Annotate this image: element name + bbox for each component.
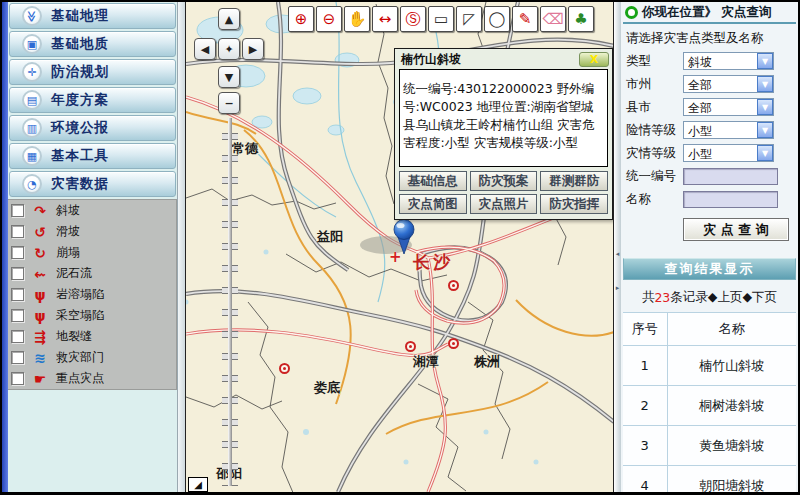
result-row[interactable]: 3黄鱼塘斜坡 [623,426,796,466]
sidebar-item-basic-geography[interactable]: ≫基础地理 [9,3,176,29]
sidebar-item-label: 基本工具 [51,147,109,165]
result-name[interactable]: 楠竹山斜坡 [667,346,796,386]
chevron-down-icon[interactable]: ▼ [757,99,773,115]
zoom-out-button[interactable]: ⊖ [316,6,342,32]
record-count-suffix: 条记录 [670,289,708,306]
popup-tab-site-sketch[interactable]: 灾点简图 [399,194,467,214]
sidebar-item-label: 基础地质 [51,35,109,53]
popup-tab-site-photo[interactable]: 灾点照片 [470,194,538,214]
ground-fissure-checkbox[interactable] [11,330,24,343]
layer-label: 斜坡 [56,202,80,219]
disaster-level-selected-value: 小型 [684,145,757,161]
sidebar-item-disaster-data[interactable]: ◔灾害数据 [9,171,176,197]
scale-button[interactable]: Ⓢ [400,6,426,32]
polygon-select-icon: ◸ [463,10,475,28]
disaster-level-select[interactable]: 小型▼ [683,144,774,162]
result-index[interactable]: 1 [623,346,667,386]
result-name[interactable]: 黄鱼塘斜坡 [667,426,796,466]
chevron-down-icon[interactable]: ▼ [757,53,773,69]
zoom-in-button[interactable]: ⊕ [288,6,314,32]
layer-row-slope[interactable]: ↷斜坡 [8,200,176,221]
debris-flow-checkbox[interactable] [11,267,24,280]
danger-level-label: 险情等级 [626,122,683,139]
rescue-department-checkbox[interactable] [11,351,24,364]
polygon-select-button[interactable]: ◸ [456,6,482,32]
sidebar-item-prevention-planning[interactable]: ✛防治规划 [9,59,176,85]
measure-button[interactable]: ↔ [372,6,398,32]
rect-select-button[interactable]: ▭ [428,6,454,32]
disaster-site-marker-icon[interactable] [279,363,290,374]
panel-splitter[interactable]: ◂ ▸ [613,2,621,492]
overview-toggle-button[interactable]: ◢ [188,477,208,492]
pan-up-button[interactable]: ▲ [218,8,240,30]
result-row[interactable]: 2桐树港斜坡 [623,386,796,426]
disaster-site-marker-icon[interactable] [448,280,459,291]
popup-tab-prevention-plan[interactable]: 防灾预案 [470,171,538,191]
name-label: 名称 [626,191,683,208]
unified-code-input[interactable] [683,168,778,185]
sidebar-item-basic-tools[interactable]: ▦基本工具 [9,143,176,169]
result-index[interactable]: 3 [623,426,667,466]
pan-right-button[interactable]: ▶ [242,38,264,60]
result-row[interactable]: 1楠竹山斜坡 [623,346,796,386]
result-index[interactable]: 4 [623,466,667,493]
layer-row-rescue-department[interactable]: ≋救灾部门 [8,347,176,368]
mined-out-collapse-checkbox[interactable] [11,309,24,322]
county-select[interactable]: 全部▼ [683,98,774,116]
map-viewport[interactable]: 常德益阳长沙湘潭株洲娄底邵阳 + ⊕⊖✋↔Ⓢ▭◸◯✎⌫♣ ▲ ◀ ✦ ▶ ▼ −… [185,2,613,492]
chevron-down-icon[interactable]: ▼ [757,76,773,92]
pan-down-button[interactable]: ▼ [218,66,240,88]
popup-tab-disaster-command[interactable]: 防灾指挥 [540,194,608,214]
type-select[interactable]: 斜坡▼ [683,52,774,70]
name-input[interactable] [683,191,778,208]
circle-select-button[interactable]: ◯ [484,6,510,32]
collapse-checkbox[interactable] [11,246,24,259]
layer-row-karst-collapse[interactable]: ψ岩溶塌陷 [8,284,176,305]
zoom-level-slider[interactable] [222,118,238,486]
popup-close-button[interactable]: X [579,52,609,67]
draw-line-button[interactable]: ✎ [512,6,538,32]
disaster-site-marker-icon[interactable] [448,338,459,349]
zoom-minus-button[interactable]: − [218,92,240,114]
eraser-button[interactable]: ⌫ [540,6,566,32]
layer-row-ground-fissure[interactable]: ⇶地裂缝 [8,326,176,347]
danger-level-select[interactable]: 小型▼ [683,121,774,139]
layer-row-key-disaster-point[interactable]: ☛重点灾点 [8,368,176,389]
sidebar-item-environment-bulletin[interactable]: ▥环境公报 [9,115,176,141]
layer-row-landslide[interactable]: ↺滑坡 [8,221,176,242]
chevron-down-icon[interactable]: ▼ [757,122,773,138]
pan-left-button[interactable]: ◀ [194,38,216,60]
draw-line-icon: ✎ [519,10,532,28]
karst-collapse-checkbox[interactable] [11,288,24,301]
query-prompt: 请选择灾害点类型及名称 [623,24,796,52]
result-name[interactable]: 桐树港斜坡 [667,386,796,426]
zoom-in-icon: ⊕ [295,10,308,28]
search-button[interactable]: 灾 点 查 询 [683,218,789,241]
layer-row-debris-flow[interactable]: ⇜泥石流 [8,263,176,284]
prev-page-link[interactable]: ◆上页 [708,289,743,306]
basic-geography-icon: ≫ [22,6,42,26]
sidebar-item-annual-plan[interactable]: ▤年度方案 [9,87,176,113]
result-name[interactable]: 朝阳塘斜坡 [667,466,796,493]
popup-body-text: 统一编号:430122000023 野外编号:WC0023 地理位置:湖南省望城… [399,69,608,167]
next-page-link[interactable]: ◆下页 [742,289,777,306]
chevron-down-icon[interactable]: ▼ [757,145,773,161]
layer-row-mined-out-collapse[interactable]: ψ采空塌陷 [8,305,176,326]
key-disaster-point-checkbox[interactable] [11,372,24,385]
popup-tab-basic-info[interactable]: 基础信息 [399,171,467,191]
sidebar-item-basic-geology[interactable]: ▣基础地质 [9,31,176,57]
pan-center-button[interactable]: ✦ [218,38,240,60]
pan-button[interactable]: ✋ [344,6,370,32]
result-index[interactable]: 2 [623,386,667,426]
popup-tab-group-monitoring[interactable]: 群测群防 [540,171,608,191]
landslide-checkbox[interactable] [11,225,24,238]
layer-row-collapse[interactable]: ↻崩塌 [8,242,176,263]
disaster-site-marker-icon[interactable] [405,341,416,352]
unified-code-label: 统一编号 [626,168,683,185]
slope-checkbox[interactable] [11,204,24,217]
result-row[interactable]: 4朝阳塘斜坡 [623,466,796,493]
map-label-city: 益阳 [317,228,343,246]
prefecture-select[interactable]: 全部▼ [683,75,774,93]
tree-extent-button[interactable]: ♣ [568,6,594,32]
sidebar-splitter[interactable] [177,2,185,492]
